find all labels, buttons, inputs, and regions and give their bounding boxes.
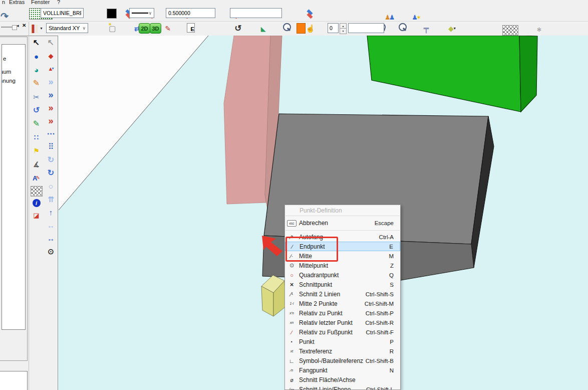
- info-tool-icon[interactable]: i: [33, 199, 41, 207]
- linetype-select[interactable]: ∨: [129, 8, 154, 18]
- menu-item-textreferenz[interactable]: xtTextreferenzR: [285, 346, 400, 356]
- pointer-alt-icon[interactable]: ↖: [46, 37, 57, 48]
- menubar-item-?[interactable]: ?: [57, 0, 60, 5]
- layer-name-input[interactable]: [41, 8, 84, 18]
- hatch-pattern-icon[interactable]: ▾: [502, 25, 518, 36]
- copy-arrows-dark-icon[interactable]: »: [46, 89, 57, 100]
- menubar-item-n[interactable]: n: [2, 0, 5, 5]
- camera-view-icon[interactable]: ◣: [258, 23, 269, 34]
- line-width-input[interactable]: [166, 8, 215, 18]
- rotate-dark-icon[interactable]: ↻: [46, 167, 57, 178]
- measure-flash-icon[interactable]: ⚑: [31, 145, 42, 156]
- move-arrows-red-blue-icon[interactable]: »: [46, 102, 57, 113]
- dimension-tool-icon[interactable]: ∡: [31, 159, 42, 170]
- menu-item-relativ-zu-fu-punkt[interactable]: ∕Relativ zu FußpunktCtrl-Shift-F: [285, 327, 400, 337]
- tsquare-icon[interactable]: ┯: [421, 23, 432, 34]
- menu-item-relativ-zu-punkt[interactable]: x′nRelativ zu PunktCtrl-Shift-P: [285, 308, 400, 318]
- menubar-item-extras[interactable]: Extras: [9, 0, 25, 5]
- page-element-icon[interactable]: E: [187, 23, 195, 33]
- menu-item-schnitt-2-linien[interactable]: ∕¹Schnitt 2 LinienCtrl-Shift-S: [285, 289, 400, 299]
- circle-center-icon: ⊙: [285, 262, 299, 269]
- menu-item-fangpunkt[interactable]: ∕nFangpunktN: [285, 365, 400, 375]
- menu-item-mittelpunkt[interactable]: ⊙MittelpunktZ: [285, 261, 400, 270]
- offset-dark-icon[interactable]: ↑: [46, 207, 57, 218]
- menu-item-schnitt-fl-che-achse[interactable]: øSchnitt Fläche/Achse: [285, 375, 400, 384]
- star-icon[interactable]: ✻: [535, 24, 542, 35]
- menu-item-label: Punkt: [299, 338, 390, 345]
- mirror-dark-icon[interactable]: ↔: [46, 233, 57, 244]
- tool-column-1: ↖●◕✎✂↺✎∷⚑∡A✎i◪: [30, 37, 43, 221]
- pen-color-swatch[interactable]: [107, 9, 117, 19]
- hatch-tool-icon[interactable]: [31, 186, 43, 197]
- tree-item[interactable]: nnung: [2, 78, 16, 84]
- menu-item-shortcut: S: [390, 282, 400, 288]
- level-input[interactable]: [328, 23, 339, 33]
- menu-item-relativ-letzter-punkt[interactable]: xnRelativ letzter PunktCtrl-Shift-R: [285, 318, 400, 327]
- tree-item[interactable]: aum: [2, 69, 11, 75]
- array-circle-icon[interactable]: ◌: [46, 180, 57, 191]
- offset-light-icon[interactable]: ⇈: [46, 193, 57, 205]
- relative-last-point-icon: xn: [285, 321, 299, 324]
- annotation-highlight-rect: [285, 237, 338, 262]
- text-tool-icon[interactable]: A✎: [31, 172, 42, 183]
- menu-item-shortcut: N: [390, 367, 400, 373]
- menu-item-shortcut: M: [389, 253, 400, 259]
- orbit-view-icon[interactable]: ◕: [31, 64, 42, 75]
- aux-input[interactable]: [230, 8, 282, 18]
- menu-item-symbol-bauteilreferenz[interactable]: ∟Symbol-/BauteilreferenzCtrl-Shift-B: [285, 356, 400, 365]
- array-row-icon[interactable]: ⋯: [46, 128, 57, 139]
- rotate-light-icon[interactable]: ↻: [46, 154, 57, 165]
- menubar-item-fenster[interactable]: Fenster: [31, 0, 50, 5]
- accent-color-swatch[interactable]: [297, 23, 306, 34]
- aux-input-2[interactable]: [348, 23, 384, 33]
- close-panel-icon[interactable]: ✕: [22, 23, 26, 28]
- project-tree-list[interactable]: eaumnnung: [2, 44, 26, 330]
- redline-pencil-icon[interactable]: ✎: [162, 23, 173, 34]
- modify-tool-icon[interactable]: ✂: [31, 91, 42, 102]
- menu-item-quadrantpunkt[interactable]: ○QuadrantpunktQ: [285, 270, 400, 280]
- copy-arrows-light-icon[interactable]: »: [46, 76, 57, 87]
- mirror-light-icon[interactable]: ↔: [46, 220, 57, 231]
- menu-item-shortcut: R: [390, 348, 400, 354]
- axis-tool-icon[interactable]: ▲▾: [46, 63, 57, 74]
- spin-down-button[interactable]: ▼: [340, 28, 347, 34]
- menu-item-shortcut: Ctrl-A: [379, 234, 400, 240]
- menubar: nExtrasFenster?: [0, 0, 588, 7]
- move-arrows-red-icon[interactable]: »: [46, 115, 57, 126]
- sphere-view-icon[interactable]: ●: [31, 51, 42, 62]
- chevron-down-icon: ∨: [82, 26, 86, 31]
- menu-item-abbrechen[interactable]: escAbbrechenEscape: [285, 216, 400, 230]
- eraser-tool-icon[interactable]: ◪: [31, 210, 42, 221]
- reference-light-icon[interactable]: ▢✶: [107, 23, 118, 34]
- menu-item-schnittpunkt[interactable]: ×SchnittpunktS: [285, 280, 400, 289]
- view-preset-select[interactable]: Standard XY ∨: [46, 23, 88, 33]
- rotate-view-icon[interactable]: ↺: [232, 23, 243, 34]
- delete-object-icon[interactable]: ◆: [46, 50, 57, 61]
- application-window: nExtrasFenster? ↷ ✶ ∨ ♟♟ ♟✶ ◂ ✕ ▌▌▾ Stan…: [0, 0, 588, 390]
- middle-2-points-icon: 1·l: [285, 302, 299, 305]
- project-panel: eaumnnung: [0, 37, 28, 361]
- zoom-window-icon[interactable]: [283, 23, 291, 31]
- pan-hand-icon[interactable]: ☝: [305, 23, 316, 34]
- move-points-icon[interactable]: ∷: [31, 132, 42, 143]
- view-3d-button[interactable]: 3D: [150, 23, 161, 34]
- center-snap-icon[interactable]: ⊙: [46, 246, 57, 257]
- view-2d-button[interactable]: 2D: [139, 23, 150, 34]
- tree-item[interactable]: e: [3, 56, 6, 62]
- menu-item-schnitt-linie-ebene[interactable]: ∕▭Schnitt Linie/EbeneCtrl-Shift-L: [285, 384, 400, 390]
- pink-box-front[interactable]: [224, 36, 270, 204]
- select-cursor-icon[interactable]: ↖: [31, 37, 42, 48]
- menu-item-punkt[interactable]: ·PunktP: [285, 337, 400, 346]
- layers-icon[interactable]: [305, 9, 315, 20]
- drawing-book-icon[interactable]: ▌▌▾: [30, 23, 45, 34]
- collapse-left-icon[interactable]: ◂: [17, 23, 19, 28]
- zoom-page-icon[interactable]: [399, 23, 407, 31]
- draw-pencil-icon[interactable]: ✎: [31, 78, 42, 89]
- redo-icon[interactable]: ↷: [0, 11, 10, 22]
- menu-item-label: Abbrechen: [299, 220, 375, 227]
- menu-item-mitte-2-punkte[interactable]: 1·lMitte 2 PunkteCtrl-Shift-M: [285, 299, 400, 308]
- edit-pencil-icon[interactable]: ✎: [31, 118, 42, 129]
- solid-box-icon[interactable]: ◆▾: [445, 23, 459, 34]
- array-grid-icon[interactable]: ⠿: [46, 141, 57, 152]
- rotate-copy-icon[interactable]: ↺: [31, 105, 42, 116]
